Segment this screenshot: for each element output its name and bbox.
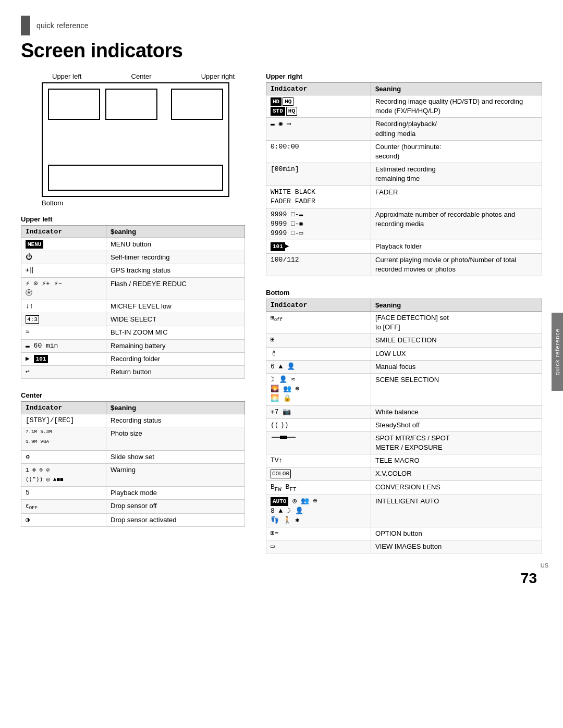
table-row: HD HQ STD HQ Recording image quality (HD… — [266, 95, 542, 118]
scene-select-symbol: ☽ 👤 ≈🌄 👥 ⊕🌅 🔒 — [271, 376, 299, 402]
table-row: WHITE BLACKFADER FADER FADER — [266, 186, 542, 208]
center-table: Indicator $eaning [STBY]/[REC] Recording… — [21, 401, 245, 527]
upper-right-header-meaning: $eaning — [371, 83, 542, 95]
table-row: SPOT MTR/FCS / SPOTMETER / EXPOSURE — [266, 431, 542, 454]
drop-active-symbol: ◑ — [26, 516, 30, 524]
bottom-title: Bottom — [266, 289, 542, 297]
playback-mode-symbol: 5 — [26, 489, 30, 497]
label-center: Center — [131, 72, 152, 80]
table-row: COLOR X.V.COLOR — [266, 467, 542, 480]
bottom-table: Indicator $eaning ⊞off [FACE DETECTION] … — [266, 299, 542, 553]
table-row: 7.1M 5.3M1.9M VGA Photo size — [21, 427, 245, 451]
table-row: ⊞off [FACE DETECTION] setto [OFF] — [266, 312, 542, 334]
bottom-header-meaning: $eaning — [371, 299, 542, 312]
table-row: 1 ⊚ ⊕ ⊘((❝)) ◎ ▲◼◼ Warning — [21, 464, 245, 486]
table-row: ▭ VIEW IMAGES button — [266, 540, 542, 553]
stby-symbol: [STBY]/[REC] — [26, 416, 75, 424]
top-bar: quick reference — [21, 16, 542, 35]
left-column: Upper left Center Upper right Bottom Upp… — [21, 72, 245, 539]
media-symbol: ▬ ◉ ▭ — [271, 120, 291, 128]
upper-right-table-section: Upper right Indicator $eaning HD HQ — [266, 72, 542, 276]
label-upper-right: Upper right — [201, 72, 235, 80]
page-number: 73 — [521, 570, 537, 587]
table-row: MENU MENU button — [21, 238, 245, 251]
table-row: BFW BFT CONVERSION LENS — [266, 480, 542, 495]
table-row: TV↑ TELE MACRO — [266, 454, 542, 467]
micref-symbol: ↓↑ — [26, 302, 34, 310]
upper-left-header-indicator: Indicator — [21, 226, 106, 238]
warning-symbol: 1 ⊚ ⊕ ⊘((❝)) ◎ ▲◼◼ — [26, 467, 64, 483]
table-row: (( )) SteadyShot off — [266, 418, 542, 431]
view-images-symbol: ▭ — [271, 542, 275, 550]
side-tab-text: quick reference — [554, 328, 560, 375]
side-tab: quick reference — [552, 313, 563, 391]
gps-symbol: ✈‖ — [26, 266, 34, 274]
table-row: ✳7 📷 White balance — [266, 405, 542, 418]
xvcolor-symbol: COLOR — [271, 470, 291, 478]
page-title: Screen indicators — [21, 40, 542, 62]
center-title: Center — [21, 391, 245, 399]
rec-folder-symbol: ▶ 101 — [26, 355, 48, 363]
page-wrapper: quick reference Screen indicators Upper … — [0, 0, 563, 597]
intelligent-auto-symbol: AUTO ◎ 👥 ⊕8 ▲ ☽ 👤👣 🚶 ✱ — [271, 497, 317, 524]
remaining-time-symbol: [00min] — [271, 165, 299, 173]
table-row: ▬ ◉ ▭ Recording/playback/editing media — [266, 118, 542, 140]
wide-select-symbol: 4:3 — [26, 315, 39, 324]
face-detect-symbol: ⊞off — [271, 315, 283, 321]
tele-macro-symbol: TV↑ — [271, 456, 283, 464]
photo-size-symbol: 7.1M 5.3M1.9M VGA — [26, 431, 52, 447]
low-lux-symbol: 🕯 — [271, 350, 277, 357]
menu-symbol: MENU — [26, 240, 43, 249]
table-row: [STBY]/[REC] Recording status — [21, 414, 245, 427]
movie-number-symbol: 100/112 — [271, 256, 299, 264]
battery-symbol: ▬ 60 min — [26, 342, 58, 350]
diagram-labels: Upper left Center Upper right — [21, 72, 245, 80]
counter-symbol: 0:00:00 — [271, 143, 299, 151]
upper-left-header-meaning: $eaning — [106, 226, 245, 238]
table-row: ✈‖ GPS tracking status — [21, 264, 245, 277]
center-table-section: Center Indicator $eaning [STBY]/[REC] Re… — [21, 391, 245, 527]
table-row: ▬ 60 min Remaining battery — [21, 339, 245, 352]
bottom-header-indicator: Indicator — [266, 299, 371, 312]
table-row: 0:00:00 Counter (hour:minute:second) — [266, 140, 542, 163]
conv-lens-symbol: BFW BFT — [271, 483, 296, 491]
smile-detect-symbol: ⊞ — [271, 336, 275, 344]
right-column: Upper right Indicator $eaning HD HQ — [266, 72, 542, 566]
steadyshot-symbol: (( )) — [271, 421, 288, 429]
label-upper-left: Upper left — [52, 72, 81, 80]
diagram-top-center-box — [105, 89, 157, 120]
upper-right-table: Indicator $eaning HD HQ STD HQ — [266, 82, 542, 276]
white-balance-symbol: ✳7 📷 — [271, 408, 291, 416]
hd-quality-symbol: HD HQ STD HQ — [271, 97, 297, 116]
table-row: 100/112 Current playing movie or photo/N… — [266, 253, 542, 276]
upper-right-header-indicator: Indicator — [266, 83, 371, 95]
top-bar-accent — [21, 16, 30, 35]
zoom-mic-symbol: ≈ — [26, 328, 30, 336]
drop-off-symbol: ɛOFF — [26, 503, 38, 509]
table-row: [00min] Estimated recordingremaining tim… — [266, 163, 542, 186]
playback-folder-symbol: 101 — [271, 242, 285, 251]
return-symbol: ↩ — [26, 368, 30, 376]
diagram-area: Upper left Center Upper right Bottom — [21, 72, 245, 207]
table-row: ☽ 👤 ≈🌄 👥 ⊕🌅 🔒 SCENE SELECTION — [266, 373, 542, 405]
table-row: ⚡ ⊙ ⚡+ ⚡–Ⓡ Flash / REDEYE REDUC — [21, 277, 245, 300]
main-columns: Upper left Center Upper right Bottom Upp… — [21, 72, 542, 566]
manual-focus-symbol: 6 ▲ 👤 — [271, 363, 295, 371]
table-row: 🕯 LOW LUX — [266, 347, 542, 360]
table-row: 101▶ Playback folder — [266, 240, 542, 253]
svg-rect-1 — [280, 436, 287, 439]
table-row: ⏻ Self-timer recording — [21, 251, 245, 264]
section-label: quick reference — [36, 21, 89, 30]
flash-symbol: ⚡ ⊙ ⚡+ ⚡–Ⓡ — [26, 280, 62, 297]
us-label: US — [541, 562, 548, 569]
table-row: ↓↑ MICREF LEVEL low — [21, 300, 245, 313]
table-row: ◑ Drop sensor activated — [21, 513, 245, 526]
table-row: ɛOFF Drop sensor off — [21, 499, 245, 513]
upper-left-table-section: Upper left Indicator $eaning MENU MENU b… — [21, 215, 245, 379]
slideshow-symbol: ♻ — [26, 453, 30, 461]
diagram-top-left-box — [48, 89, 100, 120]
diagram-bottom-label: Bottom — [42, 199, 245, 207]
table-row: ▶ 101 Recording folder — [21, 352, 245, 365]
table-row: ⊞ SMILE DETECTION — [266, 334, 542, 347]
bottom-table-section: Bottom Indicator $eaning ⊞off [FACE DETE… — [266, 289, 542, 553]
